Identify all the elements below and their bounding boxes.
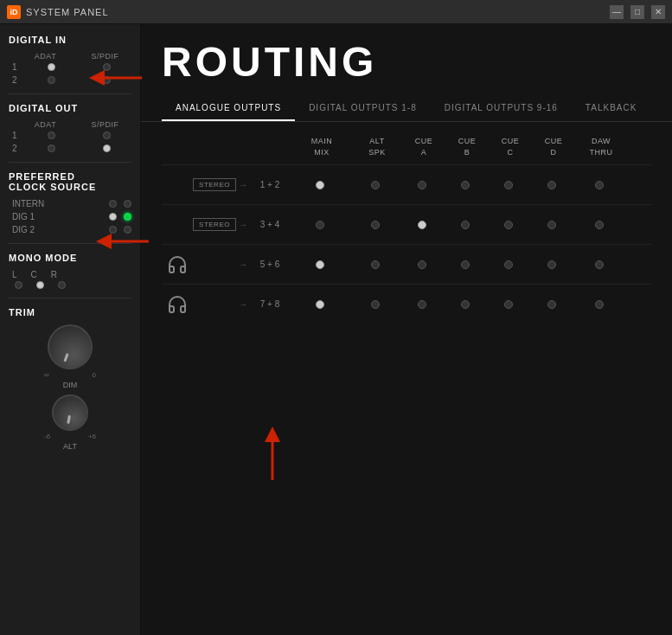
digital-in-grid: 1 2 [12, 62, 131, 85]
row1-dot-6[interactable] [573, 181, 625, 189]
tab-talkback[interactable]: TALKBACK [572, 96, 651, 121]
din-row1-adat[interactable] [48, 63, 55, 71]
row2-dot-5[interactable] [530, 221, 573, 229]
dout-row1-label: 1 [12, 131, 21, 140]
clock-dig1-select[interactable] [109, 213, 117, 221]
din-row1-spdif[interactable] [103, 63, 111, 71]
mono-l-led[interactable] [15, 281, 22, 289]
dim-knob-labels: ∞ 0 [44, 371, 96, 379]
row3-headphone-icon [162, 254, 193, 275]
trim-section: TRIM ∞ 0 DIM -6 +6 ALT [9, 307, 131, 451]
col-header-alt-spk: ALT SPK [352, 136, 402, 157]
digital-out-col2: S/PDIF [79, 120, 131, 129]
alt-min-label: -6 [44, 433, 50, 440]
mono-col-l: L [12, 270, 17, 279]
col-header-cue-a: CUE A [402, 136, 445, 157]
row4-headphone-icon [162, 294, 193, 315]
row1-dot-0[interactable] [290, 181, 350, 189]
dout-row2-spdif[interactable] [103, 144, 111, 152]
right-panel: ROUTING ANALOGUE OUTPUTS DIGITAL OUTPUTS… [141, 24, 672, 635]
row4-dot-2[interactable] [400, 300, 444, 309]
digital-out-col1: ADAT [19, 120, 72, 129]
clock-source-title: PREFERRED CLOCK SOURCE [9, 171, 131, 192]
row2-dot-2[interactable] [400, 221, 444, 229]
row1-dot-1[interactable] [350, 181, 400, 189]
tab-digital-outputs-1-8[interactable]: DIGITAL OUTPUTS 1-8 [295, 96, 431, 121]
dout-row1-spdif[interactable] [103, 131, 111, 139]
row2-arrow: → [236, 220, 250, 229]
mono-c-led[interactable] [36, 281, 44, 289]
row4-dot-6[interactable] [573, 300, 625, 309]
dim-knob[interactable] [42, 318, 99, 376]
digital-in-title: DIGITAL IN [9, 35, 131, 45]
din-row2-adat[interactable] [48, 76, 55, 84]
digital-out-headers: ADAT S/PDIF [12, 120, 131, 129]
alt-knob-labels: -6 +6 [44, 433, 96, 440]
left-panel: DIGITAL IN ADAT S/PDIF 1 2 DIGITAL OUT A… [0, 24, 141, 635]
row3-dot-1[interactable] [350, 260, 400, 269]
row2-dot-4[interactable] [487, 221, 530, 229]
row1-dot-2[interactable] [400, 181, 444, 189]
row4-dot-1[interactable] [350, 300, 400, 309]
dim-max-label: 0 [93, 371, 96, 379]
dout-row2-adat[interactable] [48, 144, 55, 152]
clock-source-section: PREFERRED CLOCK SOURCE INTERN DIG 1 DIG … [9, 171, 131, 234]
dim-min-label: ∞ [44, 371, 49, 379]
tab-bar: ANALOGUE OUTPUTS DIGITAL OUTPUTS 1-8 DIG… [141, 96, 672, 122]
divider-1 [9, 93, 131, 94]
row1-dot-4[interactable] [487, 181, 530, 189]
routing-title: ROUTING [162, 38, 651, 86]
row3-dot-2[interactable] [400, 260, 444, 269]
row4-dot-3[interactable] [444, 300, 487, 309]
row4-dot-0[interactable] [290, 300, 350, 309]
minimize-button[interactable]: — [610, 5, 624, 19]
digital-out-section: DIGITAL OUT ADAT S/PDIF 1 2 [9, 103, 131, 153]
main-container: DIGITAL IN ADAT S/PDIF 1 2 DIGITAL OUT A… [0, 24, 672, 635]
row3-dot-6[interactable] [573, 260, 625, 269]
title-bar: iD SYSTEM PANEL — □ ✕ [0, 0, 672, 24]
mono-mode-section: MONO MODE L C R [9, 253, 131, 289]
clock-intern-select[interactable] [109, 200, 117, 208]
row4-channel: 7 + 8 [250, 299, 290, 309]
row4-dot-5[interactable] [530, 300, 573, 309]
col-header-cue-b: CUE B [445, 136, 489, 157]
tab-digital-outputs-9-16[interactable]: DIGITAL OUTPUTS 9-16 [431, 96, 572, 121]
clock-source-grid: INTERN DIG 1 DIG 2 [12, 199, 131, 234]
digital-in-section: DIGITAL IN ADAT S/PDIF 1 2 [9, 35, 131, 85]
col-header-main-mix: MAIN MIX [291, 136, 352, 157]
col-header-daw-thru: DAW THRU [575, 136, 627, 157]
clock-intern-active [124, 200, 131, 208]
divider-4 [9, 298, 131, 298]
row3-dot-3[interactable] [444, 260, 487, 269]
row1-channel: 1 + 2 [250, 180, 290, 189]
alt-knob[interactable] [49, 392, 92, 434]
mono-mode-title: MONO MODE [9, 253, 131, 263]
mono-col-c: C [31, 270, 37, 279]
row2-dot-1[interactable] [350, 221, 400, 229]
col-header-cue-c: CUE C [489, 136, 532, 157]
row2-dot-6[interactable] [573, 221, 625, 229]
row1-dot-3[interactable] [444, 181, 487, 189]
close-button[interactable]: ✕ [651, 5, 665, 19]
digital-in-headers: ADAT S/PDIF [12, 52, 131, 61]
dout-row2-label: 2 [12, 144, 21, 153]
tab-analogue-outputs[interactable]: ANALOGUE OUTPUTS [162, 96, 295, 121]
row4-dot-4[interactable] [487, 300, 530, 309]
alt-knob-container: -6 +6 ALT [9, 394, 131, 451]
din-row2-label: 2 [12, 75, 21, 85]
divider-2 [9, 162, 131, 163]
row2-dot-0[interactable] [290, 221, 350, 229]
row2-badge: STEREO [193, 218, 236, 231]
digital-out-title: DIGITAL OUT [9, 103, 131, 113]
clock-dig2-select[interactable] [109, 226, 117, 234]
dout-row1-adat[interactable] [48, 131, 55, 139]
maximize-button[interactable]: □ [630, 5, 644, 19]
row1-dot-5[interactable] [530, 181, 573, 189]
row3-dot-4[interactable] [487, 260, 530, 269]
row3-dot-5[interactable] [530, 260, 573, 269]
din-row2-spdif[interactable] [103, 76, 111, 84]
row2-dot-3[interactable] [444, 221, 487, 229]
clock-dig1-label: DIG 1 [12, 212, 102, 221]
mono-r-led[interactable] [58, 281, 66, 289]
row3-dot-0[interactable] [290, 260, 350, 269]
